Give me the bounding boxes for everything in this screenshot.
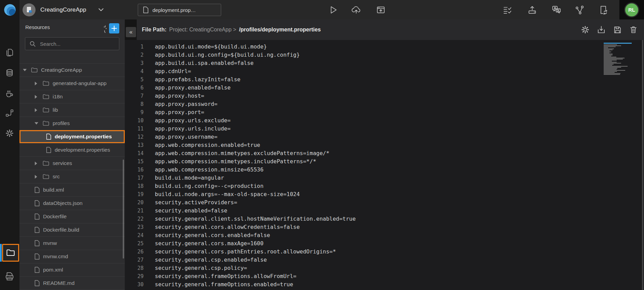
rail-item-process-connector[interactable] xyxy=(3,106,16,120)
code-line-19[interactable]: 19build.ui.node.args=--max-old-space-siz… xyxy=(125,190,644,198)
caret-right-icon[interactable] xyxy=(35,82,43,85)
tree-item-mvnw[interactable]: mvnw xyxy=(19,237,125,250)
settings-gear-icon[interactable] xyxy=(579,24,591,36)
translate-icon xyxy=(551,5,562,15)
code-line-26[interactable]: 26security.general.cors.pathEntries.root… xyxy=(125,248,644,256)
rail-item-logs[interactable]: LOG xyxy=(3,270,16,283)
code-line-3[interactable]: 3app.build.ui.spa.enabled=false xyxy=(125,59,644,67)
code-line-4[interactable]: 4app.cdnUrl= xyxy=(125,67,644,75)
caret-right-icon[interactable] xyxy=(35,108,43,112)
line-number: 3 xyxy=(125,59,144,67)
action-play-button[interactable] xyxy=(327,4,339,16)
tree-item-pom-xml[interactable]: pom.xml xyxy=(19,263,125,277)
tree-scrollbar[interactable] xyxy=(123,160,124,259)
caret-right-icon[interactable] xyxy=(35,162,43,165)
tree-item-src[interactable]: src xyxy=(19,170,125,183)
file-tree: CreatingCoreAppgenerated-angular-appi18n… xyxy=(19,63,125,290)
caret-down-icon[interactable] xyxy=(35,122,43,125)
minimap[interactable] xyxy=(604,43,632,75)
code-line-7[interactable]: 7app.proxy.host= xyxy=(125,92,644,100)
code-line-15[interactable]: 15app.web.compression.mimetypes.includeP… xyxy=(125,157,644,166)
code-line-12[interactable]: 12app.proxy.username= xyxy=(125,133,644,141)
code-line-28[interactable]: 28security.general.csp.policy= xyxy=(125,264,644,272)
rail-item-settings[interactable] xyxy=(3,126,16,140)
minimap-viewport[interactable] xyxy=(604,43,632,44)
tree-item-services[interactable]: services xyxy=(19,157,125,170)
code-line-29[interactable]: 29security.general.frameOptions.allowFro… xyxy=(125,272,644,280)
code-line-22[interactable]: 22security.general.client.ssl.hostNameVe… xyxy=(125,215,644,223)
code-line-25[interactable]: 25security.general.cors.maxAge=1600 xyxy=(125,239,644,248)
tree-item-build-xml[interactable]: build.xml xyxy=(19,183,125,197)
file-icon xyxy=(35,187,40,193)
action-cloud-upload-button[interactable] xyxy=(350,4,362,16)
code-line-2[interactable]: 2app.build.ui.ng.config=${build.ui.ng.co… xyxy=(125,51,644,59)
code-line-17[interactable]: 17build.ui.mode=angular xyxy=(125,174,644,182)
line-number: 28 xyxy=(125,264,144,272)
project-switcher[interactable]: CreatingCoreApp xyxy=(23,0,104,19)
code-line-14[interactable]: 14app.web.compression.mimetypes.excludeP… xyxy=(125,149,644,157)
user-avatar[interactable]: RL xyxy=(624,2,639,17)
caret-right-icon[interactable] xyxy=(35,95,43,99)
code-line-10[interactable]: 10app.proxy.urls.exclude= xyxy=(125,116,644,125)
code-line-13[interactable]: 13app.web.compression.enabled=true xyxy=(125,141,644,149)
line-content: security.enabled=false xyxy=(144,207,227,215)
action-export-box-button[interactable] xyxy=(526,4,538,16)
code-line-11[interactable]: 11app.proxy.urls.include= xyxy=(125,125,644,133)
code-line-5[interactable]: 5app.prefabs.lazyInit=false xyxy=(125,75,644,84)
tree-item-dockerfile-build[interactable]: Dockerfile.build xyxy=(19,223,125,237)
caret-right-icon[interactable] xyxy=(35,175,43,179)
action-checklist-button[interactable] xyxy=(501,4,514,16)
caret-down-icon[interactable] xyxy=(23,69,31,71)
code-line-9[interactable]: 9app.proxy.port= xyxy=(125,108,644,116)
tree-item-dockerfile[interactable]: Dockerfile xyxy=(19,210,125,223)
code-line-24[interactable]: 24security.general.cors.enabled=false xyxy=(125,231,644,239)
tree-item-profiles[interactable]: profiles xyxy=(19,117,125,130)
collapse-panel-button[interactable]: « xyxy=(126,27,136,37)
action-translate-button[interactable] xyxy=(550,4,563,16)
tree-item-generated-angular-app[interactable]: generated-angular-app xyxy=(19,77,125,90)
tree-item-dataobjects-json[interactable]: dataObjects.json xyxy=(19,197,125,210)
code-line-30[interactable]: 30security.general.frameOptions.enabled=… xyxy=(125,280,644,289)
code-line-16[interactable]: 16app.web.compression.minsize=65536 xyxy=(125,166,644,174)
code-line-1[interactable]: 1app.build.ui.mode=${build.ui.mode} xyxy=(125,43,644,51)
code-line-6[interactable]: 6app.proxy.enabled=false xyxy=(125,84,644,92)
line-number: 11 xyxy=(125,125,144,133)
code-line-20[interactable]: 20security.activeProviders= xyxy=(125,198,644,207)
tree-item-deployment-properties[interactable]: deployment.properties xyxy=(19,130,125,143)
project-badge-icon xyxy=(23,3,36,16)
action-share-button[interactable] xyxy=(574,4,586,16)
code-line-18[interactable]: 18build.ui.ng.config=--c=production xyxy=(125,182,644,190)
code-line-23[interactable]: 23security.general.cors.allowCredentials… xyxy=(125,223,644,231)
rail-item-database[interactable] xyxy=(3,66,16,80)
java-service-icon xyxy=(5,89,14,98)
action-doc-sync-button[interactable] xyxy=(598,4,610,16)
code-line-21[interactable]: 21security.enabled=false xyxy=(125,207,644,215)
refresh-icon[interactable] xyxy=(97,24,108,34)
editor-scrollbar[interactable] xyxy=(642,40,643,290)
tree-item-lib[interactable]: lib xyxy=(19,103,125,117)
tree-item-readme-md[interactable]: README.md xyxy=(19,277,125,290)
open-file-tab[interactable]: deployment.prop… xyxy=(138,4,221,16)
download-icon[interactable] xyxy=(595,24,607,36)
rail-item-pages[interactable] xyxy=(3,46,16,59)
code-line-27[interactable]: 27security.general.csp.enabled=false xyxy=(125,256,644,264)
search-input[interactable] xyxy=(39,41,115,47)
tree-item-label: mvnw xyxy=(43,240,57,246)
minimap-line xyxy=(604,55,613,55)
code-editor[interactable]: 1app.build.ui.mode=${build.ui.mode}2app.… xyxy=(125,40,644,290)
tree-item-creatingcoreapp[interactable]: CreatingCoreApp xyxy=(19,64,125,77)
rail-item-file-explorer[interactable] xyxy=(2,244,19,262)
line-number: 26 xyxy=(125,248,144,256)
chevron-down-icon[interactable] xyxy=(98,8,104,12)
save-icon[interactable] xyxy=(612,24,623,36)
tree-item-mvnw-cmd[interactable]: mvnw.cmd xyxy=(19,250,125,263)
rail-item-java-service[interactable] xyxy=(3,87,16,100)
tree-item-i18n[interactable]: i18n xyxy=(19,90,125,103)
delete-trash-icon[interactable] xyxy=(628,24,639,36)
line-content: security.general.frameOptions.allowFromU… xyxy=(144,272,296,280)
tree-item-development-properties[interactable]: development.properties xyxy=(19,143,125,157)
action-window-preview-button[interactable] xyxy=(375,4,387,16)
code-line-8[interactable]: 8app.proxy.password= xyxy=(125,100,644,108)
add-resource-button[interactable] xyxy=(109,23,119,33)
brand-logo[interactable] xyxy=(0,0,19,19)
